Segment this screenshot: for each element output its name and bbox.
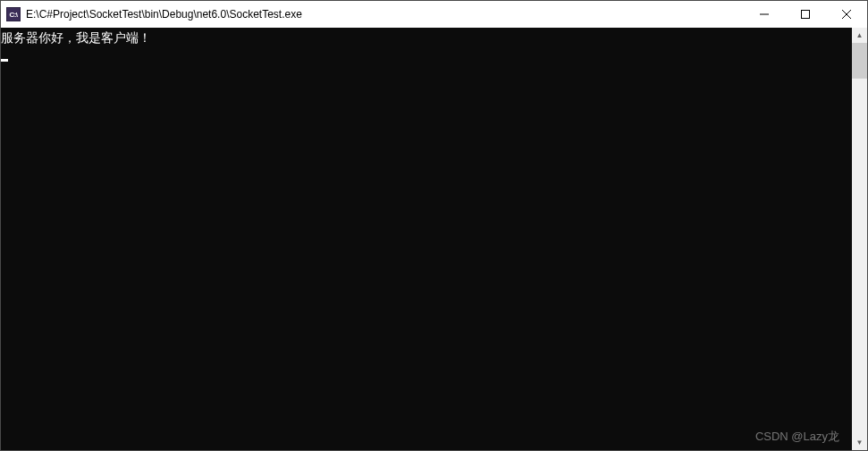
titlebar[interactable]: C:\ E:\C#Project\SocketTest\bin\Debug\ne… (1, 1, 867, 28)
console-cursor-line (1, 46, 852, 62)
scroll-down-arrow-icon[interactable]: ▼ (852, 435, 867, 450)
console-output[interactable]: 服务器你好，我是客户端！ CSDN @Lazy龙 (1, 28, 852, 450)
client-area: 服务器你好，我是客户端！ CSDN @Lazy龙 ▲ ▼ (1, 28, 867, 450)
close-icon (842, 10, 851, 19)
text-cursor (1, 59, 8, 62)
maximize-icon (801, 10, 810, 19)
scroll-thumb[interactable] (852, 43, 867, 79)
minimize-button[interactable] (744, 1, 785, 28)
application-window: C:\ E:\C#Project\SocketTest\bin\Debug\ne… (0, 0, 868, 451)
console-line: 服务器你好，我是客户端！ (1, 29, 852, 46)
window-title: E:\C#Project\SocketTest\bin\Debug\net6.0… (26, 8, 302, 21)
scroll-up-arrow-icon[interactable]: ▲ (852, 28, 867, 43)
close-button[interactable] (826, 1, 867, 28)
app-icon: C:\ (6, 7, 21, 21)
app-icon-label: C:\ (9, 11, 17, 19)
vertical-scrollbar[interactable]: ▲ ▼ (852, 28, 867, 450)
minimize-icon (760, 10, 769, 19)
scroll-track[interactable] (852, 43, 867, 435)
maximize-button[interactable] (785, 1, 826, 28)
watermark-text: CSDN @Lazy龙 (755, 429, 839, 445)
svg-rect-1 (802, 11, 810, 19)
